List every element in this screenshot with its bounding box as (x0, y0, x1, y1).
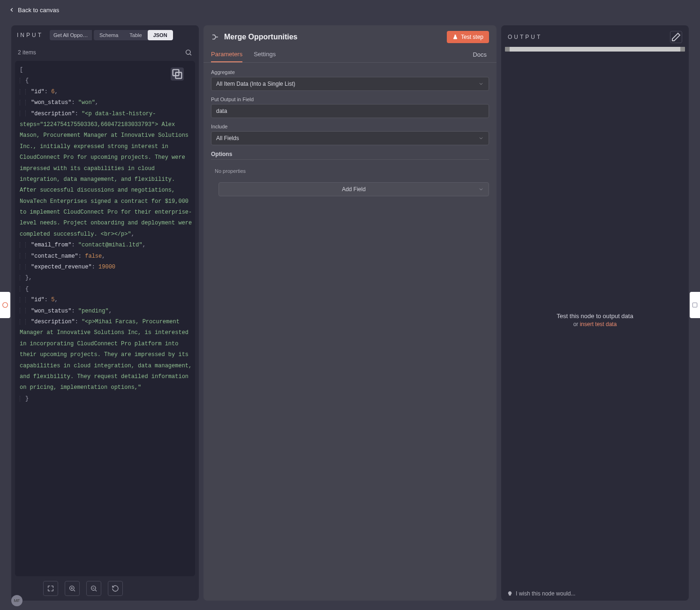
arrow-left-icon (8, 7, 15, 13)
fullscreen-button[interactable] (43, 581, 58, 596)
view-tab-json[interactable]: JSON (148, 30, 173, 40)
input-panel: INPUT Get All Opportunities Schema Table… (11, 25, 199, 601)
merge-icon (211, 33, 219, 41)
chevron-down-icon (478, 81, 484, 87)
copy-button[interactable] (171, 67, 184, 81)
view-tabs: Schema Table JSON (94, 30, 173, 40)
test-step-button[interactable]: Test step (447, 31, 489, 43)
view-tab-schema[interactable]: Schema (94, 30, 124, 40)
input-breadcrumb[interactable]: Get All Opportunities (50, 30, 92, 40)
include-select[interactable]: All Fields (211, 131, 489, 145)
svg-point-2 (186, 50, 190, 54)
tab-parameters[interactable]: Parameters (211, 47, 242, 62)
edit-output-button[interactable] (670, 31, 682, 43)
no-properties-text: No properties (211, 165, 489, 177)
zoom-out-button[interactable] (86, 581, 101, 596)
svg-rect-1 (692, 303, 697, 307)
wish-feedback-bar[interactable]: I wish this node would... (501, 587, 689, 601)
include-label: Include (211, 124, 489, 129)
json-code-area: [ { "id": 6, "won_status": "won", "descr… (15, 61, 195, 576)
lightbulb-icon (507, 591, 513, 597)
aggregate-label: Aggregate (211, 69, 489, 75)
add-field-button[interactable]: Add Field (218, 182, 489, 196)
avatar-initials: MF (14, 598, 20, 603)
put-output-label: Put Output in Field (211, 97, 489, 102)
view-tab-table[interactable]: Table (124, 30, 147, 40)
items-count: 2 items (18, 49, 36, 56)
json-content: [ { "id": 6, "won_status": "won", "descr… (20, 65, 195, 404)
zoom-in-button[interactable] (65, 581, 80, 596)
back-label: Back to canvas (18, 7, 59, 14)
prev-node-handle[interactable] (0, 292, 10, 318)
search-icon[interactable] (185, 49, 192, 56)
add-field-label: Add Field (342, 186, 366, 193)
config-panel: Merge Opportunities Test step Parameters… (203, 25, 497, 601)
include-value: All Fields (216, 135, 239, 141)
avatar[interactable]: MF (11, 595, 23, 606)
insert-test-data-link[interactable]: insert test data (580, 321, 617, 327)
put-output-value: data (216, 108, 227, 114)
output-panel: OUTPUT Test this node to output data or … (501, 25, 689, 601)
tab-settings[interactable]: Settings (254, 47, 276, 62)
input-title: INPUT (17, 32, 43, 38)
config-title-text: Merge Opportunities (224, 33, 297, 41)
output-title: OUTPUT (508, 34, 542, 40)
fullscreen-icon (47, 585, 54, 592)
output-submessage: or insert test data (573, 321, 617, 327)
copy-icon (171, 67, 184, 81)
docs-link[interactable]: Docs (473, 51, 489, 58)
flask-icon (452, 34, 458, 40)
put-output-input[interactable]: data (211, 104, 489, 118)
wish-text: I wish this node would... (516, 590, 575, 597)
json-scroll[interactable]: [ { "id": 6, "won_status": "won", "descr… (15, 61, 195, 576)
pencil-icon (670, 31, 682, 43)
node-icon (1, 301, 9, 309)
aggregate-value: All Item Data (Into a Single List) (216, 81, 295, 87)
node-icon (691, 301, 699, 309)
back-to-canvas-link[interactable]: Back to canvas (8, 7, 59, 14)
chevron-down-icon (478, 135, 484, 141)
aggregate-select[interactable]: All Item Data (Into a Single List) (211, 77, 489, 91)
reset-button[interactable] (108, 581, 123, 596)
next-node-handle[interactable] (690, 292, 700, 318)
svg-point-0 (3, 303, 8, 308)
zoom-out-icon (90, 585, 98, 592)
chevron-down-icon (478, 186, 484, 192)
output-horizontal-scrollbar[interactable] (505, 47, 685, 52)
options-heading: Options (211, 151, 489, 160)
output-sub-prefix: or (573, 321, 580, 327)
zoom-in-icon (68, 585, 76, 592)
test-step-label: Test step (461, 34, 483, 40)
output-message: Test this node to output data (557, 312, 633, 320)
docs-label: Docs (473, 51, 487, 58)
reset-icon (112, 585, 119, 592)
